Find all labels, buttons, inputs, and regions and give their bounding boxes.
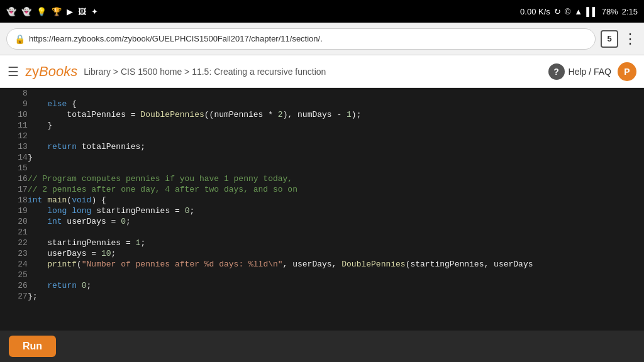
line-number: 9 [0, 99, 28, 109]
code-line: long long startingPennies = 0; [28, 206, 644, 216]
run-button[interactable]: Run [9, 336, 56, 357]
code-line: }; [28, 291, 644, 302]
table-row: 26 return 0; [0, 280, 644, 291]
status-bar-left: 👻 👻 💡 🏆 ▶ 🖼 ✦ [6, 7, 98, 16]
hamburger-icon[interactable]: ☰ [8, 64, 19, 79]
table-row: 15 [0, 163, 644, 173]
table-row: 27 }; [0, 291, 644, 302]
code-line: } [28, 152, 644, 163]
copyright-icon: © [565, 7, 571, 16]
snapchat2-icon: 👻 [21, 7, 31, 16]
table-row: 20 int userDays = 0; [0, 216, 644, 227]
speed-display: 0.00 K/s [520, 7, 550, 16]
url-bar[interactable]: 🔒 https://learn.zybooks.com/zybook/GUELP… [6, 28, 596, 50]
table-row: 16 // Program computes pennies if you ha… [0, 173, 644, 184]
run-bar: Run [0, 331, 644, 362]
code-line: return totalPennies; [28, 141, 644, 152]
code-line [28, 270, 644, 280]
table-row: 19 long long startingPennies = 0; [0, 206, 644, 216]
table-row: 10 totalPennies = DoublePennies((numPenn… [0, 109, 644, 120]
breadcrumb: Library > CIS 1500 home > 11.5: Creating… [84, 67, 541, 77]
table-row: 23 userDays = 10; [0, 248, 644, 259]
code-line: totalPennies = DoublePennies((numPennies… [28, 109, 644, 120]
help-button[interactable]: ? Help / FAQ [548, 63, 611, 80]
code-line: // 2 pennies after one day, 4 after two … [28, 184, 644, 195]
photo-icon: 🖼 [78, 7, 86, 16]
status-bar-right: 0.00 K/s ↻ © ▲ ▌▌ 78% 2:15 [520, 7, 638, 16]
profile-avatar[interactable]: P [618, 62, 636, 81]
line-number: 21 [0, 227, 28, 238]
code-line: printf("Number of pennies after %d days:… [28, 259, 644, 270]
code-line: int userDays = 0; [28, 216, 644, 227]
table-row: 17 // 2 pennies after one day, 4 after t… [0, 184, 644, 195]
code-editor: 8 9 else { 10 totalPennies = DoublePenni… [0, 88, 644, 331]
youtube-icon: ▶ [67, 7, 73, 16]
line-number: 13 [0, 141, 28, 152]
lock-icon: 🔒 [14, 34, 25, 44]
signal-icon: ▌▌ [586, 7, 597, 16]
browser-bar: 🔒 https://learn.zybooks.com/zybook/GUELP… [0, 23, 644, 55]
code-line [28, 131, 644, 141]
line-number: 24 [0, 259, 28, 270]
line-number: 16 [0, 173, 28, 184]
line-number: 20 [0, 216, 28, 227]
bulb-icon: 💡 [36, 7, 47, 16]
time-display: 2:15 [622, 7, 638, 16]
line-number: 27 [0, 291, 28, 302]
code-line: int main(void) { [28, 195, 644, 206]
line-number: 18 [0, 195, 28, 206]
zybooks-logo: zyBooks [25, 63, 77, 80]
sync-icon: ↻ [554, 7, 561, 16]
status-bar: 👻 👻 💡 🏆 ▶ 🖼 ✦ 0.00 K/s ↻ © ▲ ▌▌ 78% 2:15 [0, 0, 644, 23]
line-number: 10 [0, 109, 28, 120]
line-number: 19 [0, 206, 28, 216]
line-number: 23 [0, 248, 28, 259]
table-row: 24 printf("Number of pennies after %d da… [0, 259, 644, 270]
table-row: 14 } [0, 152, 644, 163]
line-number: 15 [0, 163, 28, 173]
code-line: } [28, 120, 644, 131]
table-row: 11 } [0, 120, 644, 131]
line-number: 14 [0, 152, 28, 163]
game-icon: ✦ [91, 7, 98, 16]
line-number: 25 [0, 270, 28, 280]
code-line [28, 88, 644, 99]
table-row: 18 int main(void) { [0, 195, 644, 206]
line-number: 12 [0, 131, 28, 141]
code-line: return 0; [28, 280, 644, 291]
browser-menu-icon[interactable]: ⋮ [623, 31, 638, 47]
wifi-icon: ▲ [574, 7, 582, 16]
help-label: Help / FAQ [569, 67, 611, 77]
line-number: 22 [0, 238, 28, 248]
battery-display: 78% [602, 7, 618, 16]
table-row: 22 startingPennies = 1; [0, 238, 644, 248]
trophy-icon: 🏆 [52, 7, 62, 16]
line-number: 8 [0, 88, 28, 99]
table-row: 13 return totalPennies; [0, 141, 644, 152]
code-line: else { [28, 99, 644, 109]
line-number: 11 [0, 120, 28, 131]
line-number: 17 [0, 184, 28, 195]
line-number: 26 [0, 280, 28, 291]
help-icon: ? [548, 63, 565, 80]
code-table: 8 9 else { 10 totalPennies = DoublePenni… [0, 88, 644, 302]
code-line: userDays = 10; [28, 248, 644, 259]
code-line [28, 163, 644, 173]
table-row: 25 [0, 270, 644, 280]
app-header: ☰ zyBooks Library > CIS 1500 home > 11.5… [0, 55, 644, 88]
table-row: 21 [0, 227, 644, 238]
code-line: // Program computes pennies if you have … [28, 173, 644, 184]
table-row: 8 [0, 88, 644, 99]
table-row: 12 [0, 131, 644, 141]
code-line [28, 227, 644, 238]
code-line: startingPennies = 1; [28, 238, 644, 248]
tab-count[interactable]: 5 [601, 30, 618, 48]
url-text: https://learn.zybooks.com/zybook/GUELPHC… [29, 34, 323, 43]
snapchat-icon: 👻 [6, 7, 16, 16]
table-row: 9 else { [0, 99, 644, 109]
